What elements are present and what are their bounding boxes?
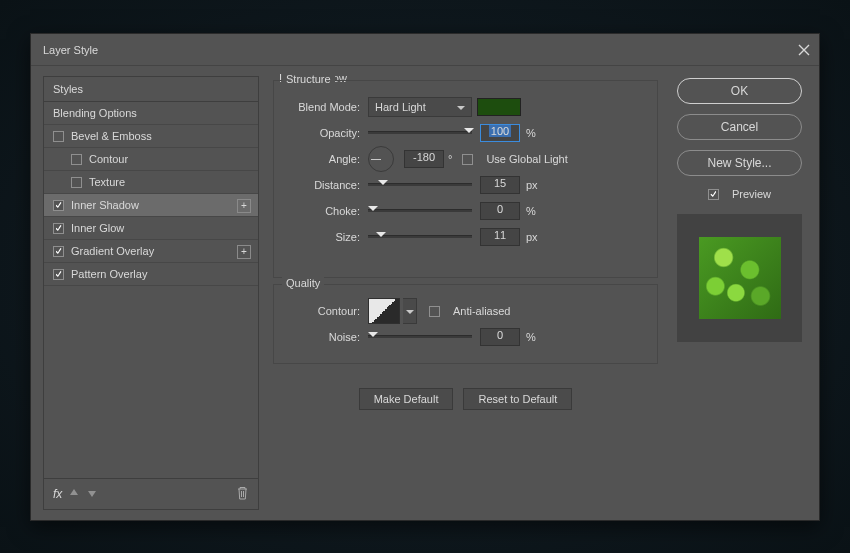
sidebar-item-bevel-emboss[interactable]: Bevel & Emboss [44, 125, 258, 148]
new-style-button[interactable]: New Style... [677, 150, 802, 176]
ok-button[interactable]: OK [677, 78, 802, 104]
fx-menu-icon[interactable]: fx [53, 487, 62, 501]
sidebar-item-label: Contour [89, 153, 128, 165]
checkbox-inner-glow[interactable] [53, 223, 64, 234]
noise-unit: % [526, 331, 536, 343]
sidebar-item-texture[interactable]: Texture [44, 171, 258, 194]
opacity-label: Opacity: [288, 127, 360, 139]
dialog-title: Layer Style [43, 44, 98, 56]
checkbox-gradient-overlay[interactable] [53, 246, 64, 257]
sidebar-item-label: Texture [89, 176, 125, 188]
distance-input[interactable]: 15 [480, 176, 520, 194]
sidebar-item-blending-options[interactable]: Blending Options [44, 102, 258, 125]
choke-label: Choke: [288, 205, 360, 217]
size-slider[interactable] [368, 229, 472, 245]
blend-mode-label: Blend Mode: [288, 101, 360, 113]
distance-label: Distance: [288, 179, 360, 191]
sidebar-item-label: Inner Glow [71, 222, 124, 234]
preview-toggle[interactable]: Preview [708, 188, 771, 200]
size-label: Size: [288, 231, 360, 243]
add-effect-icon[interactable]: + [237, 245, 251, 259]
settings-area: Inner Shadow Structure Blend Mode: Hard … [273, 76, 658, 510]
trash-icon[interactable] [236, 486, 249, 502]
distance-unit: px [526, 179, 538, 191]
structure-group: Structure Blend Mode: Hard Light Opacity… [273, 80, 658, 278]
choke-input[interactable]: 0 [480, 202, 520, 220]
sidebar-item-label: Inner Shadow [71, 199, 139, 211]
structure-legend: Structure [282, 73, 335, 85]
contour-dropdown-icon[interactable] [403, 298, 417, 324]
contour-picker[interactable] [368, 298, 400, 324]
sidebar-item-contour[interactable]: Contour [44, 148, 258, 171]
checkbox-pattern-overlay[interactable] [53, 269, 64, 280]
quality-group: Quality Contour: Anti-aliased Noise: 0 % [273, 284, 658, 364]
close-icon[interactable] [797, 43, 811, 57]
sidebar-item-gradient-overlay[interactable]: Gradient Overlay + [44, 240, 258, 263]
move-up-icon[interactable] [68, 487, 80, 501]
choke-slider[interactable] [368, 203, 472, 219]
sidebar-item-label: Gradient Overlay [71, 245, 154, 257]
quality-legend: Quality [282, 277, 324, 289]
add-effect-icon[interactable]: + [237, 199, 251, 213]
size-unit: px [526, 231, 538, 243]
opacity-slider[interactable] [368, 125, 472, 141]
opacity-input[interactable]: 100 [480, 124, 520, 142]
preview-label: Preview [732, 188, 771, 200]
styles-footer: fx [44, 478, 258, 509]
checkbox-bevel-emboss[interactable] [53, 131, 64, 142]
preview-box [677, 214, 802, 342]
size-input[interactable]: 11 [480, 228, 520, 246]
sidebar-item-pattern-overlay[interactable]: Pattern Overlay [44, 263, 258, 286]
styles-panel: Styles Blending Options Bevel & Emboss C… [43, 76, 259, 510]
noise-label: Noise: [288, 331, 360, 343]
angle-dial[interactable] [368, 146, 394, 172]
sidebar-item-inner-glow[interactable]: Inner Glow [44, 217, 258, 240]
checkbox-contour[interactable] [71, 154, 82, 165]
global-light-label: Use Global Light [486, 153, 567, 165]
angle-unit: ° [448, 153, 452, 165]
noise-input[interactable]: 0 [480, 328, 520, 346]
choke-unit: % [526, 205, 536, 217]
titlebar: Layer Style [31, 34, 819, 66]
blend-mode-dropdown[interactable]: Hard Light [368, 97, 472, 117]
checkbox-preview[interactable] [708, 189, 719, 200]
checkbox-anti-aliased[interactable] [429, 306, 440, 317]
sidebar-item-inner-shadow[interactable]: Inner Shadow + [44, 194, 258, 217]
distance-slider[interactable] [368, 177, 472, 193]
reset-default-button[interactable]: Reset to Default [463, 388, 572, 410]
move-down-icon[interactable] [86, 487, 98, 501]
noise-slider[interactable] [368, 329, 472, 345]
checkbox-global-light[interactable] [462, 154, 473, 165]
sidebar-item-label: Bevel & Emboss [71, 130, 152, 142]
checkbox-texture[interactable] [71, 177, 82, 188]
styles-header[interactable]: Styles [44, 77, 258, 102]
sidebar-item-label: Pattern Overlay [71, 268, 147, 280]
sidebar-item-label: Blending Options [53, 107, 137, 119]
make-default-button[interactable]: Make Default [359, 388, 454, 410]
angle-label: Angle: [288, 153, 360, 165]
layer-style-dialog: Layer Style Styles Blending Options Beve… [30, 33, 820, 521]
anti-aliased-label: Anti-aliased [453, 305, 510, 317]
dialog-body: Styles Blending Options Bevel & Emboss C… [31, 66, 819, 520]
opacity-unit: % [526, 127, 536, 139]
contour-label: Contour: [288, 305, 360, 317]
shadow-color-swatch[interactable] [477, 98, 521, 116]
right-panel: OK Cancel New Style... Preview [672, 76, 807, 510]
angle-input[interactable]: -180 [404, 150, 444, 168]
preview-image [699, 237, 781, 319]
checkbox-inner-shadow[interactable] [53, 200, 64, 211]
cancel-button[interactable]: Cancel [677, 114, 802, 140]
